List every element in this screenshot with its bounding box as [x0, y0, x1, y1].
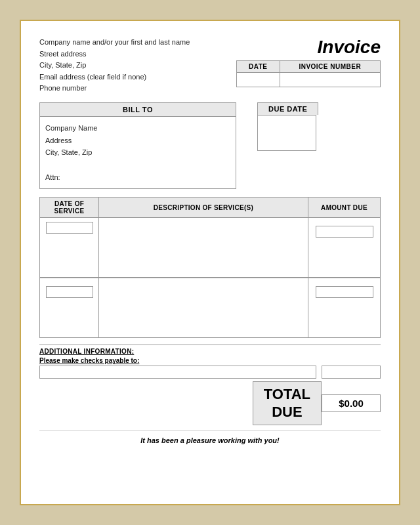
service-amount-2[interactable]	[316, 286, 373, 298]
service-table: DATE OF SERVICE DESCRIPTION OF SERVICE(S…	[39, 197, 381, 338]
service-row-2	[40, 278, 381, 338]
service-desc-header: DESCRIPTION OF SERVICE(S)	[99, 198, 308, 218]
date-invoice-table: DATE INVOICE NUMBER	[236, 60, 381, 87]
service-amount-1-cell	[308, 218, 381, 278]
invoice-right: Invoice DATE INVOICE NUMBER	[236, 37, 381, 87]
service-desc-1-cell	[99, 218, 308, 278]
bill-section: BILL TO Company Name Address City, State…	[39, 102, 381, 189]
total-due-label: TOTAL DUE	[253, 381, 322, 425]
checks-payable-box: Please make checks payable to:	[39, 357, 316, 379]
bill-to-content: Company Name Address City, State, Zip At…	[40, 117, 236, 188]
service-desc-1[interactable]	[99, 218, 308, 277]
company-line5: Phone number	[39, 83, 190, 94]
additional-section: ADDITIONAL INFORMATION: Please make chec…	[39, 345, 381, 379]
service-date-1[interactable]	[46, 222, 93, 234]
total-section: TOTAL DUE $0.00	[39, 381, 381, 425]
bill-address: Address	[45, 135, 230, 147]
bill-to-header: BILL TO	[40, 103, 236, 117]
date-value[interactable]	[237, 73, 280, 87]
header-section: Company name and/or your first and last …	[39, 37, 381, 94]
additional-label: ADDITIONAL INFORMATION:	[39, 348, 381, 355]
bill-attn: Attn:	[45, 171, 230, 184]
service-amount-2-cell	[308, 278, 381, 338]
service-amount-header: AMOUNT DUE	[308, 198, 381, 218]
company-line3: City, State, Zip	[39, 60, 190, 72]
bill-city: City, State, Zip	[45, 146, 230, 159]
company-line1: Company name and/or your first and last …	[39, 37, 190, 49]
due-date-box: DUE DATE	[257, 102, 318, 189]
invoice-page: Company name and/or your first and last …	[20, 20, 400, 505]
additional-input[interactable]	[322, 366, 381, 379]
due-date-field[interactable]	[257, 115, 316, 151]
service-date-2-cell	[40, 278, 99, 338]
checks-payable-label: Please make checks payable to:	[39, 357, 316, 364]
date-header: DATE	[237, 61, 280, 73]
checks-payable-field[interactable]	[39, 366, 316, 379]
invoice-title: Invoice	[236, 37, 381, 58]
service-desc-2-cell	[99, 278, 308, 338]
service-date-header: DATE OF SERVICE	[40, 198, 99, 218]
bill-company-name: Company Name	[45, 122, 230, 135]
service-date-1-cell	[40, 218, 99, 278]
company-line2: Street address	[39, 49, 190, 60]
due-date-label: DUE DATE	[257, 102, 318, 115]
bill-to-box: BILL TO Company Name Address City, State…	[39, 102, 236, 189]
footer-text: It has been a pleasure working with you!	[39, 430, 381, 444]
service-desc-2[interactable]	[99, 278, 308, 337]
invoice-number-header: INVOICE NUMBER	[280, 61, 380, 73]
service-amount-1[interactable]	[316, 226, 373, 238]
service-date-2[interactable]	[46, 286, 93, 298]
invoice-number-value[interactable]	[280, 73, 380, 87]
company-line4: Email address (clear field if none)	[39, 72, 190, 83]
total-due-value[interactable]: $0.00	[322, 394, 381, 412]
company-info: Company name and/or your first and last …	[39, 37, 190, 94]
service-row-1	[40, 218, 381, 278]
additional-row: Please make checks payable to:	[39, 357, 381, 379]
